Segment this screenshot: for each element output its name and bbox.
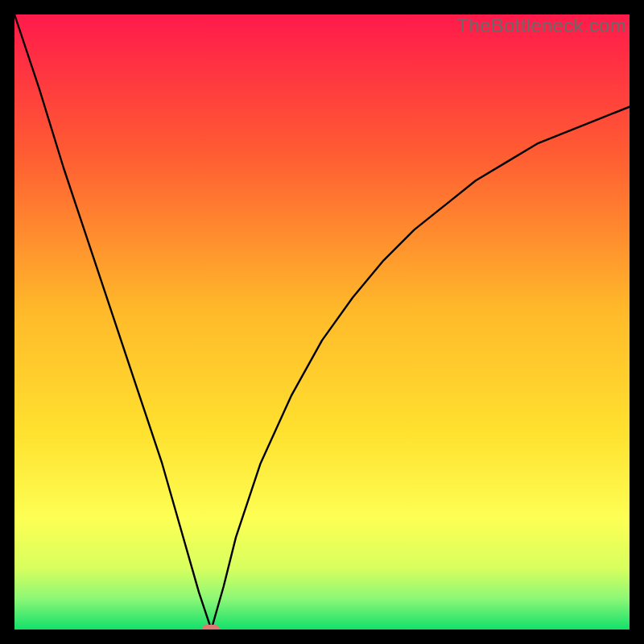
watermark-text: TheBottleneck.com: [456, 14, 626, 37]
optimum-marker: [202, 625, 220, 630]
bottleneck-curve: [14, 14, 630, 630]
chart-frame: TheBottleneck.com: [0, 0, 644, 644]
plot-area: TheBottleneck.com: [14, 14, 630, 630]
